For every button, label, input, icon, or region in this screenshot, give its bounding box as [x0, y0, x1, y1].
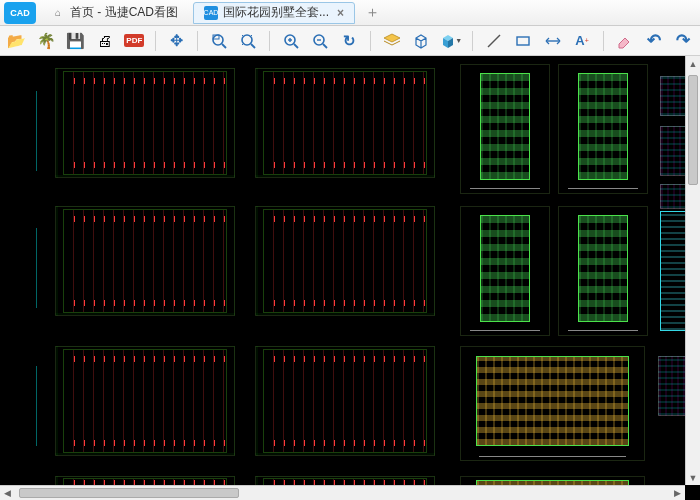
- redo-button[interactable]: ↷: [673, 30, 694, 52]
- erase-button[interactable]: [614, 30, 635, 52]
- tab-home[interactable]: ⌂ 首页 - 迅捷CAD看图: [40, 2, 189, 24]
- save-button[interactable]: 💾: [65, 30, 86, 52]
- cad-canvas: [0, 56, 700, 500]
- zoom-out-button[interactable]: [310, 30, 331, 52]
- undo-button[interactable]: ↶: [643, 30, 664, 52]
- zoom-window-button[interactable]: [208, 30, 229, 52]
- toolbar-separator: [269, 31, 270, 51]
- drawing-sheet: [255, 68, 435, 178]
- toolbar-separator: [197, 31, 198, 51]
- scroll-thumb[interactable]: [688, 75, 698, 185]
- rect-icon: [515, 33, 531, 49]
- drawing-detail: [658, 356, 688, 416]
- cube-icon: [413, 33, 429, 49]
- tab-home-label: 首页 - 迅捷CAD看图: [70, 4, 178, 21]
- print-icon: 🖨: [97, 32, 112, 49]
- tab-close-button[interactable]: ×: [337, 6, 344, 20]
- drawing-annotation: [36, 91, 37, 171]
- export-pdf-button[interactable]: PDF: [124, 30, 145, 52]
- svg-line-6: [294, 44, 298, 48]
- palm-tool-button[interactable]: 🌴: [35, 30, 56, 52]
- pdf-icon: PDF: [124, 34, 144, 47]
- svg-line-12: [488, 35, 500, 47]
- horizontal-scrollbar[interactable]: ◀ ▶: [0, 485, 685, 500]
- dimension-icon: [544, 33, 562, 49]
- refresh-icon: ↻: [343, 32, 356, 50]
- toolbar: 📂 🌴 💾 🖨 PDF ✥ ↻ ▼ A+ ↶ ↷: [0, 26, 700, 56]
- solid-cube-icon: [440, 33, 454, 49]
- tab-document-label: 国际花园别墅全套...: [223, 4, 329, 21]
- pan-button[interactable]: ✥: [166, 30, 187, 52]
- drawing-sheet: [255, 346, 435, 456]
- zoom-extents-button[interactable]: [238, 30, 259, 52]
- drawing-detail: [660, 184, 688, 209]
- toolbar-separator: [155, 31, 156, 51]
- svg-line-10: [323, 44, 327, 48]
- drawing-annotation: [36, 366, 37, 446]
- cad-file-icon: CAD: [204, 6, 218, 20]
- solid-3d-button[interactable]: ▼: [440, 30, 462, 52]
- save-icon: 💾: [66, 32, 85, 50]
- zoom-extents-icon: [240, 33, 256, 49]
- drawing-sheet: [55, 206, 235, 316]
- app-logo: CAD: [4, 2, 36, 24]
- scroll-right-button[interactable]: ▶: [670, 486, 685, 500]
- drawing-sheet: [55, 68, 235, 178]
- zoom-in-button[interactable]: [280, 30, 301, 52]
- scroll-track[interactable]: [15, 486, 670, 500]
- new-tab-button[interactable]: ＋: [359, 3, 386, 22]
- box-3d-button[interactable]: [411, 30, 432, 52]
- toolbar-separator: [603, 31, 604, 51]
- zoom-window-icon: [211, 33, 227, 49]
- rect-tool-button[interactable]: [513, 30, 534, 52]
- undo-icon: ↶: [647, 30, 661, 51]
- toolbar-separator: [370, 31, 371, 51]
- zoom-in-icon: [283, 33, 299, 49]
- text-tool-button[interactable]: A+: [571, 30, 592, 52]
- pan-icon: ✥: [170, 31, 183, 50]
- line-tool-button[interactable]: [483, 30, 504, 52]
- drawing-sheet: [558, 64, 648, 194]
- layers-icon: [383, 33, 401, 49]
- svg-line-1: [222, 44, 226, 48]
- redo-icon: ↷: [676, 30, 690, 51]
- eraser-icon: [616, 33, 632, 49]
- scroll-up-button[interactable]: ▲: [686, 56, 700, 71]
- scroll-thumb[interactable]: [19, 488, 239, 498]
- drawing-sheet: [460, 206, 550, 336]
- drawing-viewport[interactable]: ▲ ▼ ◀ ▶: [0, 56, 700, 500]
- refresh-button[interactable]: ↻: [339, 30, 360, 52]
- title-bar: CAD ⌂ 首页 - 迅捷CAD看图 CAD 国际花园别墅全套... × ＋: [0, 0, 700, 26]
- home-icon: ⌂: [51, 6, 65, 20]
- tab-document[interactable]: CAD 国际花园别墅全套... ×: [193, 2, 355, 24]
- drawing-sheet: [55, 346, 235, 456]
- svg-rect-13: [517, 37, 529, 45]
- drawing-sheet: [255, 206, 435, 316]
- print-button[interactable]: 🖨: [94, 30, 115, 52]
- zoom-out-icon: [312, 33, 328, 49]
- palm-icon: 🌴: [37, 32, 56, 50]
- drawing-sheet: [460, 346, 645, 461]
- chevron-down-icon: ▼: [455, 37, 462, 44]
- dimension-tool-button[interactable]: [542, 30, 563, 52]
- line-icon: [486, 33, 502, 49]
- text-icon: A: [575, 33, 584, 48]
- folder-icon: 📂: [7, 32, 26, 50]
- drawing-sheet: [558, 206, 648, 336]
- drawing-detail: [660, 76, 688, 116]
- vertical-scrollbar[interactable]: ▲ ▼: [685, 56, 700, 485]
- drawing-detail: [660, 126, 688, 176]
- scroll-left-button[interactable]: ◀: [0, 486, 15, 500]
- toolbar-separator: [472, 31, 473, 51]
- layers-button[interactable]: [381, 30, 402, 52]
- scroll-down-button[interactable]: ▼: [686, 470, 700, 485]
- drawing-annotation: [36, 228, 37, 308]
- drawing-sheet: [460, 64, 550, 194]
- open-file-button[interactable]: 📂: [6, 30, 27, 52]
- svg-point-0: [213, 35, 223, 45]
- scroll-track[interactable]: [686, 71, 700, 470]
